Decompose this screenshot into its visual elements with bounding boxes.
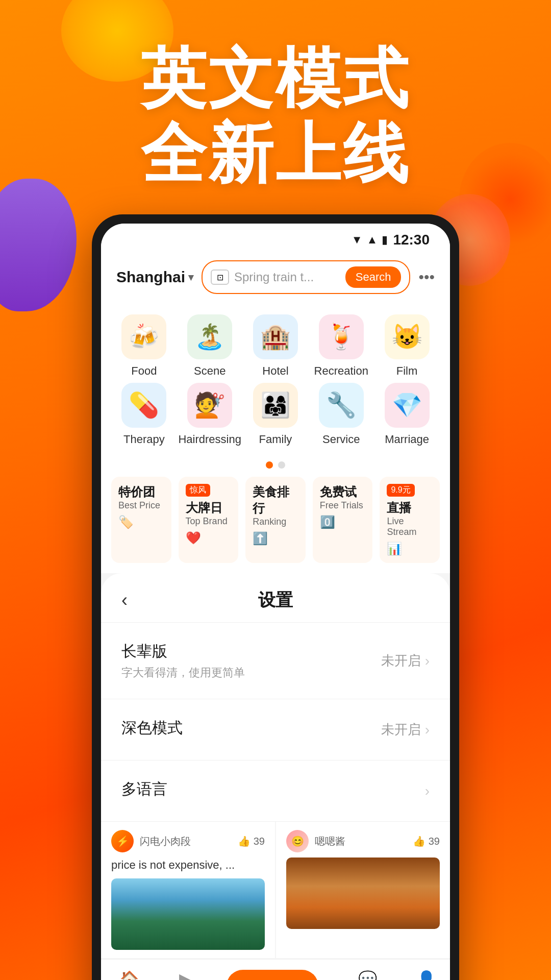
category-food[interactable]: 🍻 Food	[113, 314, 174, 378]
promo-ranking[interactable]: 美食排行 Ranking ⬆️	[245, 477, 306, 563]
settings-dark-mode-status: 未开启	[381, 721, 421, 739]
category-marriage[interactable]: 💎 Marriage	[377, 383, 438, 446]
category-recreation[interactable]: 🍹 Recreation	[311, 314, 372, 378]
preview-user-1: ⚡ 闪电小肉段 👍 39	[111, 830, 265, 852]
therapy-icon: 💊	[121, 383, 166, 428]
category-row-1: 🍻 Food 🏝️ Scene 🏨 Hotel 🍹 Recreation	[111, 314, 440, 378]
search-input-placeholder[interactable]: Spring train t...	[234, 270, 340, 284]
category-service[interactable]: 🔧 Service	[311, 383, 372, 446]
publish-button[interactable]: + Publish	[227, 970, 318, 980]
category-scene-label: Scene	[194, 364, 226, 378]
preview-username-1: 闪电小肉段	[140, 835, 191, 848]
dot-active	[266, 461, 273, 469]
settings-language-content: 多语言	[121, 779, 425, 803]
nav-message[interactable]: 💬 Message	[347, 970, 388, 980]
service-icon: 🔧	[319, 383, 364, 428]
preview-item-2[interactable]: 😊 嗯嗯酱 👍 39	[276, 822, 450, 958]
category-family-label: Family	[259, 433, 292, 446]
nav-video[interactable]: ▶ Video	[172, 970, 198, 980]
category-recreation-label: Recreation	[314, 364, 368, 378]
battery-icon: ▮	[382, 233, 388, 247]
nav-home[interactable]: 🏠 Home	[115, 970, 144, 980]
settings-dark-mode-right: 未开启 ›	[381, 721, 430, 739]
hero-section: 英文模式 全新上线	[0, 41, 551, 191]
category-hotel[interactable]: 🏨 Hotel	[245, 314, 306, 378]
status-icons: ▼ ▲ ▮	[352, 233, 388, 247]
promo-top-brand[interactable]: 惊风 大牌日 Top Brand ❤️	[179, 477, 239, 563]
promo-free-trials-en: Free Trials	[320, 500, 366, 511]
video-icon: ▶	[179, 970, 191, 980]
settings-elder-mode-subtitle: 字大看得清，使用更简单	[121, 665, 381, 680]
promo-best-price[interactable]: 特价团 Best Price 🏷️	[111, 477, 171, 563]
preview-title-1: price is not expensive, ...	[111, 857, 265, 873]
settings-header: ‹ 设置	[101, 573, 450, 623]
phone-mockup: ▼ ▲ ▮ 12:30 Shanghai ▾ ⊡ Spring train t.…	[92, 214, 459, 980]
category-row-2: 💊 Therapy 💇 Hairdressing 👨‍👩‍👧 Family 🔧 …	[111, 383, 440, 446]
settings-elder-mode-status: 未开启	[381, 652, 421, 670]
phone-outer-frame: ▼ ▲ ▮ 12:30 Shanghai ▾ ⊡ Spring train t.…	[92, 214, 459, 980]
chevron-down-icon: ▾	[188, 271, 193, 283]
category-food-label: Food	[131, 364, 157, 378]
settings-dark-mode-content: 深色模式	[121, 718, 381, 742]
promo-live-stream-cn: 直播	[387, 500, 433, 516]
promo-live-stream[interactable]: 9.9元 直播 Live Stream 📊	[380, 477, 440, 563]
promo-free-trials-cn: 免费试	[320, 484, 366, 500]
settings-elder-mode[interactable]: 长辈版 字大看得清，使用更简单 未开启 ›	[101, 623, 450, 699]
category-therapy-label: Therapy	[123, 433, 165, 446]
app-header: Shanghai ▾ ⊡ Spring train t... Search ••…	[101, 252, 450, 304]
search-button[interactable]: Search	[345, 266, 402, 288]
hero-line2: 全新上线	[0, 116, 551, 191]
category-therapy[interactable]: 💊 Therapy	[113, 383, 174, 446]
category-hairdressing-label: Hairdressing	[178, 433, 241, 446]
promo-live-stream-en: Live Stream	[387, 516, 433, 537]
settings-panel: ‹ 设置 长辈版 字大看得清，使用更简单 未开启 ›	[101, 573, 450, 822]
preview-username-2: 嗯嗯酱	[315, 835, 345, 848]
category-marriage-label: Marriage	[385, 433, 429, 446]
promo-top-brand-en: Top Brand	[186, 516, 232, 527]
signal-icon: ▲	[367, 233, 378, 247]
settings-language-right: ›	[425, 783, 430, 799]
category-film[interactable]: 😺 Film	[377, 314, 438, 378]
promo-live-stream-icon: 📊	[387, 542, 433, 556]
category-service-label: Service	[322, 433, 360, 446]
settings-dark-mode-title: 深色模式	[121, 718, 381, 739]
back-button[interactable]: ‹	[121, 590, 147, 611]
category-film-label: Film	[396, 364, 418, 378]
categories-section: 🍻 Food 🏝️ Scene 🏨 Hotel 🍹 Recreation	[101, 304, 450, 456]
hotel-icon: 🏨	[253, 314, 298, 359]
settings-language[interactable]: 多语言 ›	[101, 761, 450, 822]
preview-item-1[interactable]: ⚡ 闪电小肉段 👍 39 price is not expensive, ...	[101, 822, 275, 958]
location-button[interactable]: Shanghai ▾	[116, 268, 193, 286]
category-scene[interactable]: 🏝️ Scene	[179, 314, 240, 378]
promo-best-price-cn: 特价团	[118, 484, 164, 500]
scan-icon: ⊡	[211, 270, 229, 285]
promo-ranking-en: Ranking	[253, 517, 298, 527]
promo-ranking-cn: 美食排行	[253, 484, 298, 517]
preview-user-2: 😊 嗯嗯酱 👍 39	[286, 830, 440, 852]
background-blob-purple	[0, 179, 77, 311]
status-bar: ▼ ▲ ▮ 12:30	[101, 224, 450, 252]
settings-language-title: 多语言	[121, 779, 425, 800]
hairdressing-icon: 💇	[187, 383, 232, 428]
category-family[interactable]: 👨‍👩‍👧 Family	[245, 383, 306, 446]
settings-dark-mode[interactable]: 深色模式 未开启 ›	[101, 699, 450, 761]
recreation-icon: 🍹	[319, 314, 364, 359]
home-icon: 🏠	[120, 970, 139, 980]
location-label: Shanghai	[116, 268, 185, 286]
settings-elder-mode-title: 长辈版	[121, 641, 381, 662]
search-bar[interactable]: ⊡ Spring train t... Search	[202, 260, 410, 294]
preview-image-mountain	[111, 878, 265, 950]
settings-elder-mode-right: 未开启 ›	[381, 652, 430, 670]
promo-free-trials[interactable]: 免费试 Free Trials 0️⃣	[313, 477, 373, 563]
more-button[interactable]: •••	[418, 268, 435, 286]
category-hairdressing[interactable]: 💇 Hairdressing	[179, 383, 240, 446]
content-preview: ⚡ 闪电小肉段 👍 39 price is not expensive, ...…	[101, 822, 450, 959]
food-icon: 🍻	[121, 314, 166, 359]
nav-me[interactable]: 👤 Me	[417, 970, 436, 980]
promo-top-brand-icon: ❤️	[186, 531, 232, 545]
pagination-dots	[101, 456, 450, 477]
chevron-right-icon-3: ›	[425, 783, 430, 799]
film-icon: 😺	[385, 314, 430, 359]
chevron-right-icon-2: ›	[425, 722, 430, 738]
wifi-icon: ▼	[352, 233, 363, 247]
